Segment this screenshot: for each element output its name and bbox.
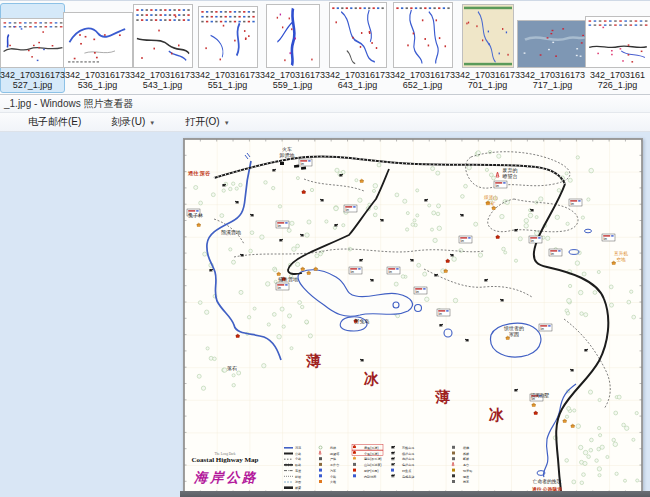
menubar: 电子邮件(E) 刻录(U) ▼ 打开(O) ▼ bbox=[0, 113, 650, 132]
thumbnail-item[interactable]: 342_170316173543_1.jpg bbox=[130, 3, 195, 93]
svg-text:瞭望塔: 瞭望塔 bbox=[330, 452, 339, 456]
thumbnail-filename: 342_170316173652_1.jpg bbox=[390, 68, 455, 92]
thumbnail-image[interactable] bbox=[329, 2, 387, 68]
svg-text:断桥: 断桥 bbox=[463, 457, 469, 461]
thumbnail-image[interactable] bbox=[198, 4, 258, 68]
svg-text:斜坡: 斜坡 bbox=[294, 475, 302, 479]
thumbnail-item[interactable]: 342_170316173536_1.jpg bbox=[65, 3, 130, 93]
window-title: _1.jpg - Windows 照片查看器 bbox=[4, 98, 133, 109]
thumbnail-filename: 342_170316173543_1.jpg bbox=[130, 68, 195, 92]
svg-text:火堆: 火堆 bbox=[330, 480, 336, 484]
svg-text:建筑(不可进): 建筑(不可进) bbox=[363, 457, 382, 461]
thumbnail-filename: 342_170316173559_1.jpg bbox=[260, 68, 325, 92]
thumbnail-filename: 342_1703161726_1.jpg bbox=[590, 68, 645, 92]
svg-text:兔子林: 兔子林 bbox=[188, 212, 203, 219]
svg-text:隧道: 隧道 bbox=[463, 475, 469, 479]
svg-text:鹿群出没: 鹿群出没 bbox=[402, 457, 414, 461]
thumbnail-image[interactable] bbox=[266, 4, 320, 68]
svg-text:km: km bbox=[495, 184, 498, 188]
viewer-titlebar: _1.jpg - Windows 照片查看器 bbox=[0, 95, 650, 113]
thumbnail-item[interactable]: 342_1703161726_1.jpg bbox=[585, 3, 650, 93]
thumbnail-filename: 342_170316173536_1.jpg bbox=[65, 68, 130, 92]
svg-text:山洞(可过夜): 山洞(可过夜) bbox=[364, 463, 382, 467]
menu-item-open[interactable]: 打开(O) ▼ bbox=[185, 115, 229, 129]
svg-text:km: km bbox=[350, 270, 353, 274]
map-grid bbox=[184, 139, 642, 493]
svg-text:工作台: 工作台 bbox=[330, 463, 339, 467]
thumbnail-item[interactable]: 342_170316173643_1.jpg bbox=[325, 3, 390, 93]
svg-text:家园: 家园 bbox=[509, 331, 519, 338]
svg-text:km: km bbox=[603, 237, 606, 241]
svg-text:小船: 小船 bbox=[330, 475, 336, 479]
svg-text:煤矿: 煤矿 bbox=[485, 201, 496, 206]
svg-text:薄: 薄 bbox=[435, 389, 450, 405]
thumbnail-item[interactable]: 342_170316173559_1.jpg bbox=[260, 3, 325, 93]
svg-text:薄: 薄 bbox=[306, 353, 321, 369]
svg-text:km: km bbox=[388, 270, 391, 274]
svg-text:小路: 小路 bbox=[295, 457, 301, 461]
svg-text:桥梁: 桥梁 bbox=[294, 485, 301, 490]
svg-text:km: km bbox=[540, 327, 543, 331]
thumbnail-image[interactable] bbox=[462, 4, 514, 68]
menu-item-burn-label: 刻录(U) bbox=[111, 115, 145, 129]
chevron-down-icon: ▼ bbox=[224, 120, 230, 126]
thumbnail-item[interactable]: 342_170316173527_1.jpg bbox=[0, 3, 65, 93]
menu-item-email-label: 电子邮件(E) bbox=[28, 115, 81, 129]
svg-text:树林: 树林 bbox=[330, 446, 337, 450]
svg-text:km: km bbox=[415, 290, 418, 294]
svg-text:乌鸦盘旋: 乌鸦盘旋 bbox=[402, 475, 414, 479]
thumbnail-image[interactable] bbox=[585, 4, 650, 68]
svg-text:尸体: 尸体 bbox=[330, 457, 336, 461]
thumbnail-image[interactable] bbox=[63, 4, 133, 68]
svg-text:房屋(可进): 房屋(可进) bbox=[364, 446, 378, 450]
svg-text:钓鱼点: 钓鱼点 bbox=[401, 469, 411, 473]
svg-text:物资箱: 物资箱 bbox=[463, 469, 472, 473]
svg-text:km: km bbox=[570, 202, 573, 206]
screen: 342_170316173527_1.jpg342_170316173536_1… bbox=[0, 0, 650, 497]
svg-text:狼群出没: 狼群出没 bbox=[402, 452, 414, 456]
svg-text:km: km bbox=[550, 252, 553, 256]
menu-item-burn[interactable]: 刻录(U) ▼ bbox=[111, 115, 155, 129]
svg-text:河流: 河流 bbox=[295, 446, 302, 450]
svg-text:栈桥: 栈桥 bbox=[462, 452, 469, 456]
svg-text:通往 深谷: 通往 深谷 bbox=[187, 170, 211, 177]
svg-text:冰面: 冰面 bbox=[295, 480, 301, 484]
thumbnail-strip: 342_170316173527_1.jpg342_170316173536_1… bbox=[0, 1, 650, 95]
thumbnail-filename: 342_170316173717_1.jpg bbox=[520, 68, 585, 92]
thumbnail-item[interactable]: 342_170316173652_1.jpg bbox=[390, 3, 455, 93]
svg-text:冰: 冰 bbox=[488, 407, 504, 423]
content-area: kmkmkmkmkmkmkmkmkmkmkmkmkmkmkmkmkm 通往 深谷… bbox=[0, 132, 650, 497]
thumbnail-item[interactable]: 342_170316173551_1.jpg bbox=[195, 3, 260, 93]
svg-text:公路: 公路 bbox=[295, 452, 301, 456]
photo-map-coastal-highway: kmkmkmkmkmkmkmkmkmkmkmkmkmkmkmkmkm 通往 深谷… bbox=[183, 138, 643, 494]
thumbnail-item[interactable]: 342_170316173701_1.jpg bbox=[455, 3, 520, 93]
thumbnail-image[interactable] bbox=[133, 4, 193, 68]
svg-text:km: km bbox=[300, 162, 303, 166]
chevron-down-icon: ▼ bbox=[149, 120, 155, 126]
svg-text:空地: 空地 bbox=[616, 257, 626, 262]
svg-text:亡命者的挽歌: 亡命者的挽歌 bbox=[533, 478, 562, 485]
thumbnail-filename: 342_170316173527_1.jpg bbox=[0, 68, 65, 92]
map-title-en: Coastal Highway Map bbox=[192, 456, 259, 464]
menu-item-email[interactable]: 电子邮件(E) bbox=[28, 115, 81, 129]
svg-text:熊溪营地: 熊溪营地 bbox=[221, 229, 241, 236]
svg-text:卸货地: 卸货地 bbox=[280, 152, 295, 158]
svg-text:冰: 冰 bbox=[363, 371, 379, 387]
thumbnail-filename: 342_170316173643_1.jpg bbox=[325, 68, 390, 92]
svg-text:铁路: 铁路 bbox=[294, 463, 301, 467]
svg-text:直升机: 直升机 bbox=[614, 251, 628, 256]
thumbnail-image[interactable] bbox=[0, 4, 66, 68]
thumbnail-image[interactable] bbox=[517, 4, 589, 68]
thumbnail-image[interactable] bbox=[393, 2, 453, 68]
menu-item-open-label: 打开(O) bbox=[185, 115, 219, 129]
svg-text:km: km bbox=[277, 224, 280, 228]
viewer-bottom-edge bbox=[180, 491, 650, 497]
thumbnail-item[interactable]: 342_170316173717_1.jpg bbox=[520, 3, 585, 93]
svg-text:km: km bbox=[460, 239, 463, 243]
svg-text:沿海别墅: 沿海别墅 bbox=[531, 392, 550, 399]
svg-text:km: km bbox=[438, 312, 441, 316]
svg-text:落石: 落石 bbox=[227, 365, 237, 372]
svg-text:km: km bbox=[530, 239, 533, 243]
svg-text:km: km bbox=[277, 286, 280, 290]
svg-text:有熊出没: 有熊出没 bbox=[401, 446, 414, 450]
